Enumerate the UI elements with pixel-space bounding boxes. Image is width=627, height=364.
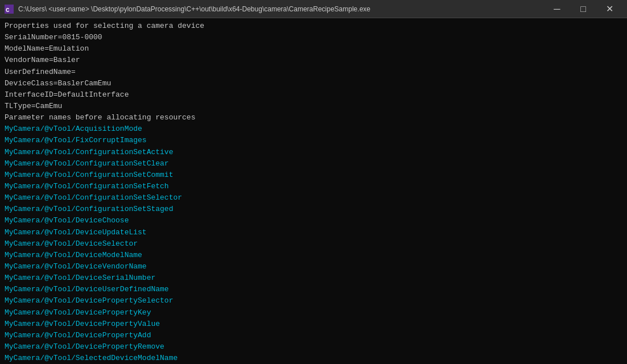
console-line: SerialNumber=0815-0000	[5, 32, 622, 43]
console-line: MyCamera/@vTool/DevicePropertyRemove	[5, 341, 622, 353]
console-line: MyCamera/@vTool/FixCorruptImages	[5, 135, 622, 146]
console-line: MyCamera/@vTool/DevicePropertyAdd	[5, 330, 622, 341]
title-bar-controls: ─ □ ✕	[544, 0, 622, 18]
console-line: MyCamera/@vTool/AcquisitionMode	[5, 123, 622, 135]
console-line: MyCamera/@vTool/DevicePropertyValue	[5, 318, 622, 330]
console-line: Parameter names before allocating resour…	[5, 112, 622, 123]
console-line: MyCamera/@vTool/ConfigurationSetStaged	[5, 204, 622, 215]
console-line: MyCamera/@vTool/ConfigurationSetSelector	[5, 192, 622, 204]
console-line: DeviceClass=BaslerCamEmu	[5, 78, 622, 89]
console-line: MyCamera/@vTool/DevicePropertySelector	[5, 295, 622, 307]
console-line: MyCamera/@vTool/DeviceSelector	[5, 238, 622, 250]
console-area: Properties used for selecting a camera d…	[0, 18, 627, 364]
console-line: TLType=CamEmu	[5, 101, 622, 112]
console-line: MyCamera/@vTool/ConfigurationSetClear	[5, 158, 622, 169]
console-line: InterfaceID=DefaultInterface	[5, 89, 622, 101]
console-line: MyCamera/@vTool/DeviceUpdateList	[5, 227, 622, 238]
console-line: Properties used for selecting a camera d…	[5, 20, 622, 32]
console-line: MyCamera/@vTool/DeviceUserDefinedName	[5, 284, 622, 295]
console-line: MyCamera/@vTool/DeviceVendorName	[5, 261, 622, 272]
title-bar: C C:\Users\ <user-name> \Desktop\pylonDa…	[0, 0, 627, 18]
console-line: MyCamera/@vTool/DeviceSerialNumber	[5, 272, 622, 284]
console-line: MyCamera/@vTool/ConfigurationSetActive	[5, 147, 622, 158]
title-bar-left: C C:\Users\ <user-name> \Desktop\pylonDa…	[5, 5, 370, 14]
title-bar-title: C:\Users\ <user-name> \Desktop\pylonData…	[18, 5, 370, 13]
console-line: MyCamera/@vTool/DevicePropertyKey	[5, 307, 622, 318]
console-line: MyCamera/@vTool/DeviceModelName	[5, 250, 622, 261]
console-line: MyCamera/@vTool/ConfigurationSetFetch	[5, 181, 622, 192]
console-line: UserDefinedName=	[5, 67, 622, 78]
svg-text:C: C	[6, 7, 10, 14]
console-line: MyCamera/@vTool/SelectedDeviceModelName	[5, 353, 622, 364]
console-line: VendorName=Basler	[5, 55, 622, 66]
console-line: MyCamera/@vTool/ConfigurationSetCommit	[5, 169, 622, 181]
close-button[interactable]: ✕	[596, 0, 622, 18]
console-line: MyCamera/@vTool/DeviceChoose	[5, 215, 622, 226]
maximize-button[interactable]: □	[570, 0, 596, 18]
cmd-icon: C	[5, 5, 14, 14]
minimize-button[interactable]: ─	[544, 0, 570, 18]
console-line: ModelName=Emulation	[5, 43, 622, 55]
